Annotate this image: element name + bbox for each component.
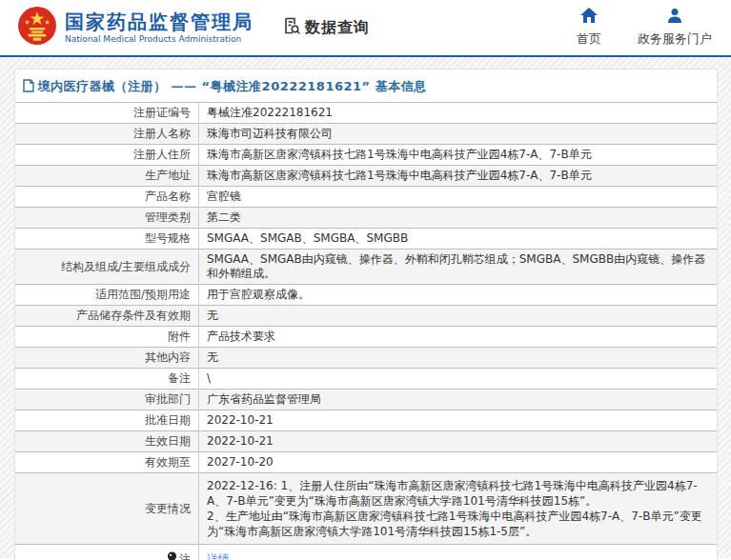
row-label: 生效日期 <box>15 431 199 452</box>
row-label: 批准日期 <box>15 410 199 431</box>
note-label-text: 注 <box>179 552 191 560</box>
registration-info-table: 注册证编号 粤械注准20222181621 注册人名称 珠海市司迈科技有限公司 … <box>15 102 717 560</box>
row-label: 产品名称 <box>15 187 199 208</box>
brand-block: 国家药品监督管理局 National Medical Products Admi… <box>65 10 254 45</box>
row-value: \ <box>199 369 717 390</box>
row-label: 其他内容 <box>15 348 199 369</box>
row-label: 附件 <box>15 327 199 348</box>
nav-home[interactable]: 首页 <box>577 8 601 48</box>
row-value: 无 <box>199 348 717 369</box>
national-emblem-icon <box>17 6 57 50</box>
table-row: 生效日期 2022-10-21 <box>15 431 717 452</box>
table-row-note: 注 详情 <box>15 545 717 560</box>
table-row-change-history: 变更情况 2022-12-16: 1、注册人住所由“珠海市高新区唐家湾镇科技七路… <box>15 473 717 545</box>
row-label: 适用范围/预期用途 <box>15 285 199 306</box>
row-label: 管理类别 <box>15 208 199 229</box>
home-icon <box>580 8 598 30</box>
table-row: 产品储存条件及有效期 无 <box>15 306 717 327</box>
row-value: 广东省药品监督管理局 <box>199 390 717 410</box>
table-row: 结构及组成/主要组成成分 SMGAA、SMGAB由内窥镜、操作器、外鞘和闭孔鞘芯… <box>15 250 717 285</box>
table-row: 管理类别 第二类 <box>15 208 717 229</box>
document-icon <box>23 79 38 95</box>
page-title-text: 境内医疗器械（注册） —— “粤械注准20222181621” 基本信息 <box>38 78 427 95</box>
row-label: 注册人住所 <box>15 145 199 166</box>
row-value: 详情 <box>199 545 717 560</box>
nav-home-label: 首页 <box>577 30 601 48</box>
page-title: 境内医疗器械（注册） —— “粤械注准20222181621” 基本信息 <box>15 70 717 102</box>
table-row: 型号规格 SMGAA、SMGAB、SMGBA、SMGBB <box>15 229 717 250</box>
table-row: 生产地址 珠海市高新区唐家湾镇科技七路1号珠海中电高科技产业园4栋7-A、7-B… <box>15 166 717 187</box>
table-row: 注册人住所 珠海市高新区唐家湾镇科技七路1号珠海中电高科技产业园4栋7-A、7-… <box>15 145 717 166</box>
table-row: 有效期至 2027-10-20 <box>15 452 717 473</box>
table-row: 注册证编号 粤械注准20222181621 <box>15 103 717 124</box>
page-background: 境内医疗器械（注册） —— “粤械注准20222181621” 基本信息 注册证… <box>0 57 731 558</box>
row-label: 注册人名称 <box>15 124 199 145</box>
table-row: 注册人名称 珠海市司迈科技有限公司 <box>15 124 717 145</box>
row-value: 珠海市高新区唐家湾镇科技七路1号珠海中电高科技产业园4栋7-A、7-B单元 <box>199 166 717 187</box>
table-row: 产品名称 宫腔镜 <box>15 187 717 208</box>
detail-link[interactable]: 详情 <box>207 552 230 560</box>
content-panel: 境内医疗器械（注册） —— “粤械注准20222181621” 基本信息 注册证… <box>14 69 718 560</box>
row-value: 无 <box>199 306 717 327</box>
data-query-label: 数据查询 <box>305 18 370 38</box>
table-row: 适用范围/预期用途 用于宫腔观察成像。 <box>15 285 717 306</box>
row-value: 产品技术要求 <box>199 327 717 348</box>
table-row: 审批部门 广东省药品监督管理局 <box>15 390 717 410</box>
nav-gov-portal[interactable]: 政务服务门户 <box>638 8 712 48</box>
row-label: 结构及组成/主要组成成分 <box>15 250 199 285</box>
row-label: 有效期至 <box>15 452 199 473</box>
table-row: 批准日期 2022-10-21 <box>15 410 717 431</box>
note-balloon-icon <box>167 551 179 560</box>
row-label: 备注 <box>15 369 199 390</box>
row-value: 珠海市高新区唐家湾镇科技七路1号珠海中电高科技产业园4栋7-A、7-B单元 <box>199 145 717 166</box>
row-value: 粤械注准20222181621 <box>199 103 717 124</box>
row-label: 型号规格 <box>15 229 199 250</box>
row-value: SMGAA、SMGAB由内窥镜、操作器、外鞘和闭孔鞘芯组成；SMGBA、SMGB… <box>199 250 717 285</box>
user-icon <box>667 8 682 30</box>
row-value: 2022-12-16: 1、注册人住所由“珠海市高新区唐家湾镇科技七路1号珠海中… <box>199 473 717 545</box>
row-value: 用于宫腔观察成像。 <box>199 285 717 306</box>
row-label: 注 <box>15 545 199 560</box>
row-value: 2027-10-20 <box>199 452 717 473</box>
table-row: 附件 产品技术要求 <box>15 327 717 348</box>
org-name-cn: 国家药品监督管理局 <box>65 10 254 33</box>
table-row: 其他内容 无 <box>15 348 717 369</box>
org-name-en: National Medical Products Administration <box>65 33 254 45</box>
row-label: 变更情况 <box>15 473 199 545</box>
row-label: 产品储存条件及有效期 <box>15 306 199 327</box>
row-label: 注册证编号 <box>15 103 199 124</box>
row-value: 珠海市司迈科技有限公司 <box>199 124 717 145</box>
data-query-link[interactable]: 数据查询 <box>282 16 370 39</box>
row-value: 宫腔镜 <box>199 187 717 208</box>
row-label: 生产地址 <box>15 166 199 187</box>
row-value: 2022-10-21 <box>199 431 717 452</box>
nav-gov-portal-label: 政务服务门户 <box>638 30 712 48</box>
doc-search-icon <box>282 16 305 39</box>
row-value: SMGAA、SMGAB、SMGBA、SMGBB <box>199 229 717 250</box>
table-row: 备注 \ <box>15 369 717 390</box>
site-header: 国家药品监督管理局 National Medical Products Admi… <box>0 0 731 57</box>
row-label: 审批部门 <box>15 390 199 410</box>
row-value: 2022-10-21 <box>199 410 717 431</box>
row-value: 第二类 <box>199 208 717 229</box>
